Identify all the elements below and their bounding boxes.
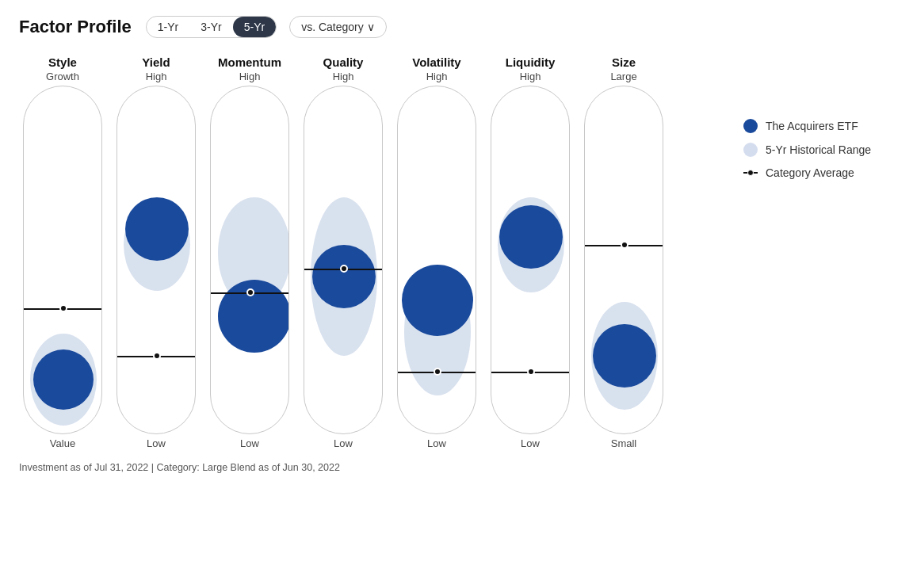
legend-hist: 5-Yr Historical Range bbox=[743, 143, 894, 157]
pill-momentum bbox=[210, 86, 289, 434]
low-label-quality: Low bbox=[334, 437, 353, 449]
cat-avg-dot-momentum bbox=[246, 288, 254, 296]
low-label-yield: Low bbox=[147, 437, 166, 449]
low-label-size: Small bbox=[611, 437, 637, 449]
pill-liquidity bbox=[491, 86, 570, 434]
pill-volatility bbox=[397, 86, 476, 434]
etf-circle-liquidity bbox=[499, 205, 563, 269]
cat-avg-dot-style bbox=[59, 304, 67, 312]
time-btn-5yr[interactable]: 5-Yr bbox=[233, 17, 276, 37]
time-button-group: 1-Yr 3-Yr 5-Yr bbox=[146, 16, 277, 38]
etf-circle-size bbox=[593, 324, 656, 388]
cat-avg-dot-yield bbox=[153, 352, 161, 360]
pill-quality bbox=[304, 86, 383, 434]
col-header-size: Size bbox=[580, 55, 667, 69]
legend-avg-label: Category Average bbox=[766, 166, 854, 179]
legend: The Acquirers ETF 5-Yr Historical Range … bbox=[743, 55, 894, 449]
low-label-volatility: Low bbox=[427, 437, 446, 449]
high-label-yield: High bbox=[146, 71, 167, 82]
main-content: StyleYieldMomentumQualityVolatilityLiqui… bbox=[19, 55, 894, 449]
footer-note: Investment as of Jul 31, 2022 | Category… bbox=[19, 462, 894, 473]
cat-avg-dot-quality bbox=[340, 265, 348, 273]
chart-wrapper: StyleYieldMomentumQualityVolatilityLiqui… bbox=[19, 55, 720, 449]
cat-avg-dot-size bbox=[621, 241, 628, 249]
col-header-liquidity: Liquidity bbox=[487, 55, 574, 69]
low-label-momentum: Low bbox=[240, 437, 259, 449]
etf-circle-volatility bbox=[402, 265, 473, 336]
legend-hist-icon bbox=[743, 143, 758, 157]
etf-circle-quality bbox=[312, 245, 376, 308]
low-label-style: Value bbox=[50, 437, 75, 449]
high-label-volatility: High bbox=[426, 71, 448, 82]
col-header-momentum: Momentum bbox=[206, 55, 293, 69]
page-title: Factor Profile bbox=[19, 17, 132, 37]
col-header-volatility: Volatility bbox=[393, 55, 480, 69]
etf-circle-yield bbox=[125, 197, 189, 261]
legend-avg: Category Average bbox=[743, 166, 894, 179]
col-header-quality: Quality bbox=[300, 55, 387, 69]
factor-col-momentum: HighLow bbox=[206, 71, 293, 449]
legend-etf-label: The Acquirers ETF bbox=[766, 120, 858, 132]
header-row: Factor Profile 1-Yr 3-Yr 5-Yr vs. Catego… bbox=[19, 16, 894, 38]
legend-etf-icon bbox=[743, 119, 758, 133]
col-header-yield: Yield bbox=[113, 55, 200, 69]
high-label-liquidity: High bbox=[520, 71, 541, 82]
pill-yield bbox=[117, 86, 196, 434]
time-btn-1yr[interactable]: 1-Yr bbox=[147, 17, 189, 37]
high-label-size: Large bbox=[610, 71, 636, 82]
etf-circle-style bbox=[33, 349, 94, 410]
high-label-style: Growth bbox=[46, 71, 79, 82]
legend-avg-icon bbox=[743, 172, 758, 174]
pill-style bbox=[23, 86, 102, 434]
factor-col-style: GrowthValue bbox=[19, 71, 106, 449]
factor-col-size: LargeSmall bbox=[580, 71, 667, 449]
factor-col-yield: HighLow bbox=[113, 71, 200, 449]
pill-size bbox=[584, 86, 663, 434]
factor-col-liquidity: HighLow bbox=[487, 71, 574, 449]
factor-col-quality: HighLow bbox=[300, 71, 387, 449]
high-label-quality: High bbox=[333, 71, 354, 82]
col-header-style: Style bbox=[19, 55, 106, 69]
factor-col-volatility: HighLow bbox=[393, 71, 480, 449]
legend-etf: The Acquirers ETF bbox=[743, 119, 894, 133]
low-label-liquidity: Low bbox=[521, 437, 540, 449]
cat-avg-dot-volatility bbox=[434, 368, 441, 376]
vs-category-button[interactable]: vs. Category ∨ bbox=[289, 16, 386, 38]
time-btn-3yr[interactable]: 3-Yr bbox=[189, 17, 232, 37]
chart-area: StyleYieldMomentumQualityVolatilityLiqui… bbox=[19, 55, 720, 449]
legend-hist-label: 5-Yr Historical Range bbox=[766, 143, 871, 156]
cat-avg-dot-liquidity bbox=[527, 368, 535, 376]
high-label-momentum: High bbox=[239, 71, 261, 82]
